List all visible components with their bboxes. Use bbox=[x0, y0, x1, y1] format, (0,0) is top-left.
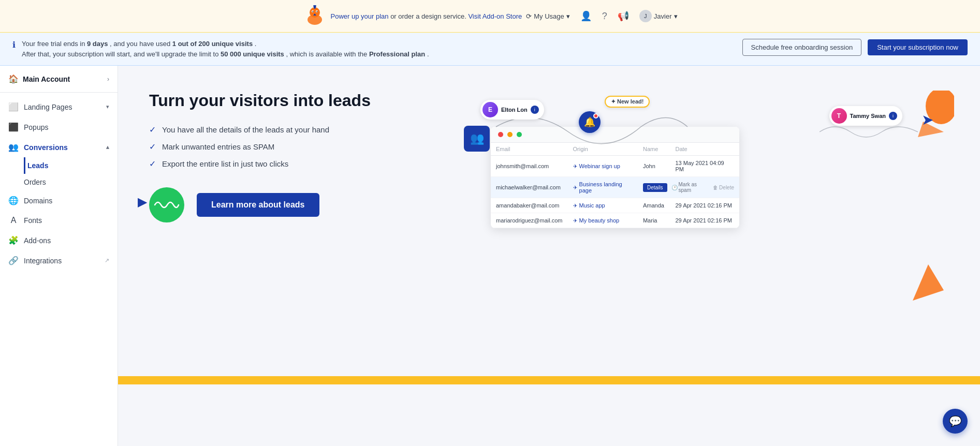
cell-email-2: michaelwalker@mail.com bbox=[491, 177, 568, 198]
sidebar-item-addons[interactable]: 🧩 Add-ons bbox=[0, 230, 118, 250]
account-name: Main Account bbox=[23, 75, 70, 83]
leads-right-section: ➤ E Elton Lon i bbox=[439, 91, 949, 308]
conversions-label: Conversions bbox=[24, 143, 68, 152]
info-banner: ℹ Your free trial ends in 9 days , and y… bbox=[0, 33, 980, 66]
blue-arrow-icon: ➤ bbox=[922, 111, 933, 128]
table-row: amandabaker@mail.com ✈ Music app Amanda bbox=[491, 198, 739, 213]
user-icon[interactable]: 👤 bbox=[580, 10, 592, 22]
origin-icon-2: ✈ bbox=[573, 185, 577, 190]
svg-point-4 bbox=[312, 11, 313, 12]
leads-features-list: ✓ You have all the details of the leads … bbox=[149, 125, 408, 169]
origin-icon-3: ✈ bbox=[573, 203, 577, 209]
upgrade-bar: Power up your plan or order a design ser… bbox=[0, 0, 980, 33]
user-menu[interactable]: J Javier ▾ bbox=[639, 10, 678, 22]
leads-cta-area: ▶ Learn more about leads bbox=[149, 187, 408, 222]
trash-icon: 🗑 bbox=[713, 185, 718, 190]
leads-content: Turn your visitors into leads ✓ You have… bbox=[118, 66, 980, 376]
feature-text-1: You have all the details of the leads at… bbox=[162, 125, 329, 134]
sidebar-nav: ⬜ Landing Pages ▾ ⬛ Popups 👥 Conversions… bbox=[0, 93, 118, 275]
sidebar-item-integrations[interactable]: 🔗 Integrations ↗ bbox=[0, 250, 118, 271]
home-icon: 🏠 bbox=[8, 74, 19, 84]
account-switcher[interactable]: 🏠 Main Account › bbox=[0, 66, 118, 93]
leads-label: Leads bbox=[27, 161, 48, 170]
user-1-info-icon: i bbox=[531, 106, 539, 114]
addons-label: Add-ons bbox=[24, 236, 51, 245]
delete-button[interactable]: 🗑 Delete bbox=[713, 185, 734, 190]
origin-text-4: My beauty shop bbox=[579, 217, 620, 224]
feature-item-1: ✓ You have all the details of the leads … bbox=[149, 125, 408, 135]
floating-user-1: E Elton Lon i bbox=[480, 100, 544, 120]
feature-item-2: ✓ Mark unwanted entries as SPAM bbox=[149, 142, 408, 152]
leads-icon-box: 👥 bbox=[464, 126, 490, 152]
my-usage-button[interactable]: ⟳ My Usage ▾ bbox=[526, 12, 570, 20]
power-up-link[interactable]: Power up your plan bbox=[331, 12, 389, 20]
landing-pages-chevron-icon: ▾ bbox=[106, 103, 109, 110]
landing-pages-icon: ⬜ bbox=[8, 102, 19, 112]
wave-icon bbox=[154, 198, 180, 212]
mascot-icon bbox=[303, 4, 327, 28]
conversions-chevron-icon: ▴ bbox=[106, 144, 109, 151]
check-icon-3: ✓ bbox=[149, 159, 156, 169]
cell-origin-3: ✈ Music app bbox=[568, 198, 638, 213]
orange-decoration-2 bbox=[913, 264, 944, 308]
help-icon[interactable]: ? bbox=[602, 11, 607, 22]
notifications-icon[interactable]: 📢 bbox=[618, 10, 629, 22]
clock-icon: 🕐 bbox=[671, 185, 678, 190]
chat-bubble-button[interactable]: 💬 bbox=[943, 409, 968, 434]
domains-icon: 🌐 bbox=[8, 196, 19, 205]
learn-more-button[interactable]: Learn more about leads bbox=[197, 193, 319, 217]
user-2-info-icon: i bbox=[889, 112, 897, 120]
mark-spam-button[interactable]: 🕐 Mark as spam bbox=[671, 182, 709, 193]
sidebar-item-orders[interactable]: Orders bbox=[24, 174, 118, 190]
cell-email-3: amandabaker@mail.com bbox=[491, 198, 568, 213]
floating-user-2: T Tammy Swan i bbox=[829, 106, 903, 126]
info-banner-actions: Schedule free onboarding session Start y… bbox=[742, 39, 968, 56]
fonts-label: Fonts bbox=[24, 216, 42, 225]
svg-rect-8 bbox=[313, 5, 316, 7]
feature-item-3: ✓ Export the entire list in just two cli… bbox=[149, 159, 408, 169]
svg-point-5 bbox=[316, 11, 317, 12]
leads-illustration: ➤ E Elton Lon i bbox=[439, 91, 949, 308]
notification-dot bbox=[593, 113, 598, 118]
origin-icon-1: ✈ bbox=[573, 163, 577, 169]
start-subscription-button[interactable]: Start your subscription now bbox=[868, 39, 968, 55]
cell-date-3: 29 Apr 2021 02:16 PM bbox=[670, 198, 739, 213]
conversions-icon: 👥 bbox=[8, 142, 19, 152]
sidebar-item-popups[interactable]: ⬛ Popups bbox=[0, 117, 118, 137]
schedule-session-button[interactable]: Schedule free onboarding session bbox=[742, 39, 862, 56]
feature-text-2: Mark unwanted entries as SPAM bbox=[162, 142, 274, 151]
origin-icon-4: ✈ bbox=[573, 218, 577, 224]
sidebar-item-landing-pages[interactable]: ⬜ Landing Pages ▾ bbox=[0, 97, 118, 117]
details-button[interactable]: Details bbox=[643, 183, 667, 192]
my-usage-icon: ⟳ bbox=[526, 12, 532, 20]
leads-title: Turn your visitors into leads bbox=[149, 91, 408, 110]
sidebar-item-conversions[interactable]: 👥 Conversions ▴ bbox=[0, 137, 118, 157]
decoration-circle: ▶ bbox=[149, 187, 184, 222]
popups-icon: ⬛ bbox=[8, 122, 19, 132]
integrations-label: Integrations bbox=[24, 257, 62, 265]
main-content: Turn your visitors into leads ✓ You have… bbox=[118, 66, 980, 446]
origin-text-2: Business landing page bbox=[579, 181, 633, 194]
table-row: mariarodriguez@mail.com ✈ My beauty shop… bbox=[491, 213, 739, 228]
top-nav-right: ⟳ My Usage ▾ 👤 ? 📢 J Javier ▾ bbox=[526, 10, 677, 22]
domains-label: Domains bbox=[24, 197, 52, 205]
addon-store-link[interactable]: Visit Add-on Store bbox=[468, 12, 522, 20]
sidebar-item-domains[interactable]: 🌐 Domains bbox=[0, 190, 118, 211]
cell-origin-2: ✈ Business landing page bbox=[568, 177, 638, 198]
sidebar-item-fonts[interactable]: A Fonts bbox=[0, 211, 118, 230]
account-chevron-icon: › bbox=[107, 76, 109, 83]
my-usage-chevron-icon: ▾ bbox=[566, 12, 570, 20]
notification-bell[interactable]: 🔔 bbox=[579, 111, 601, 133]
sidebar: 🏠 Main Account › ⬜ Landing Pages ▾ ⬛ Pop… bbox=[0, 66, 118, 446]
upgrade-bar-text: Power up your plan or order a design ser… bbox=[331, 12, 522, 20]
svg-marker-11 bbox=[913, 264, 944, 301]
fonts-icon: A bbox=[8, 216, 19, 225]
leads-left-section: Turn your visitors into leads ✓ You have… bbox=[149, 91, 408, 222]
check-icon-2: ✓ bbox=[149, 142, 156, 152]
new-lead-badge: ✦ New lead! bbox=[605, 96, 650, 108]
cell-actions: Details 🕐 Mark as spam 🗑 Delete bbox=[638, 177, 739, 198]
origin-text-3: Music app bbox=[579, 202, 605, 209]
sidebar-item-leads[interactable]: Leads bbox=[24, 157, 118, 174]
feature-text-3: Export the entire list in just two click… bbox=[162, 159, 288, 168]
table-row-highlighted: michaelwalker@mail.com ✈ Business landin… bbox=[491, 177, 739, 198]
